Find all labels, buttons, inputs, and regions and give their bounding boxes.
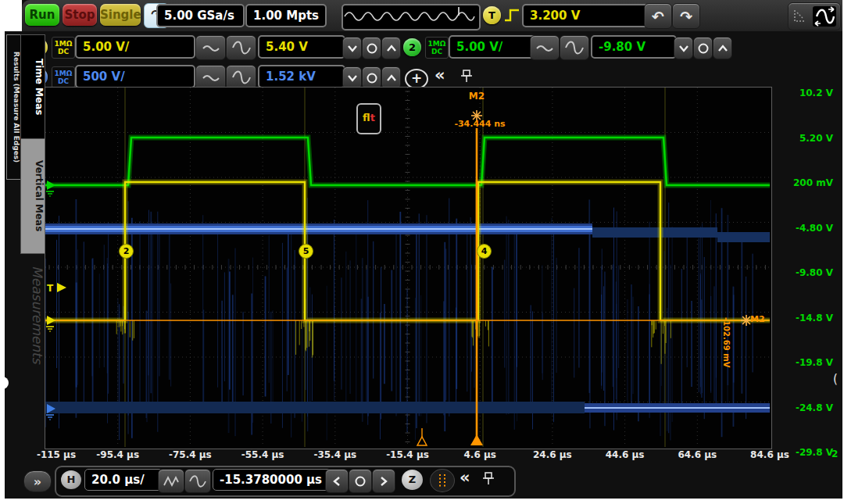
pin-icon[interactable] bbox=[460, 69, 474, 84]
channel3-offset-up-button[interactable] bbox=[381, 66, 401, 89]
channel2-coupling: DC bbox=[427, 48, 446, 55]
timebase-scale-field[interactable]: 20.0 µs/ bbox=[84, 469, 163, 491]
waveform-arrows-icon bbox=[813, 6, 836, 27]
channel1-scale-field[interactable]: 5.00 V/ bbox=[75, 35, 195, 59]
channel2-impedance: 1MΩ bbox=[427, 40, 446, 48]
redo-button[interactable]: ↷ bbox=[672, 3, 700, 29]
t-axis-label: -35.4 µs bbox=[313, 449, 356, 460]
run-button[interactable]: Run bbox=[25, 4, 59, 26]
m2-hcursor-label[interactable]: M2 bbox=[750, 314, 765, 324]
t-axis-label: 4.6 µs bbox=[463, 449, 495, 460]
channel3-coupling: DC bbox=[54, 77, 73, 85]
t-axis-label: 84.6 µs bbox=[750, 449, 789, 460]
trigger-source-button[interactable]: T bbox=[483, 6, 501, 24]
timebase-zoomin-icon[interactable] bbox=[184, 469, 211, 493]
v-axis-label: -14.8 V bbox=[796, 313, 833, 323]
m2-cursor-label[interactable]: M2 bbox=[469, 91, 485, 102]
channel3-scale-field[interactable]: 500 V/ bbox=[75, 65, 195, 88]
oscilloscope-app: Run Stop Single ↷ 5.00 GSa/s 1.00 Mpts T… bbox=[0, 0, 844, 504]
channel1-offset-up-button[interactable] bbox=[381, 37, 401, 59]
stop-button[interactable]: Stop bbox=[63, 4, 97, 26]
m2-voltage-value: -102.69 mV bbox=[722, 317, 731, 389]
undo-button[interactable]: ↶ bbox=[644, 3, 672, 29]
channel2-scale-field[interactable]: 5.00 V/ bbox=[449, 35, 536, 59]
delay-right-button[interactable] bbox=[372, 469, 395, 493]
channel2-scale-fine-icon[interactable] bbox=[530, 35, 560, 60]
delay-left-button[interactable] bbox=[325, 469, 349, 493]
t-axis-label: 24.6 µs bbox=[533, 449, 572, 460]
touch-zone-icon bbox=[792, 8, 810, 25]
v-axis-label: 10.2 V bbox=[799, 88, 833, 98]
results-panel-tab[interactable]: Results (Measure All Edges) bbox=[6, 34, 21, 180]
channel1-offset-zero-button[interactable] bbox=[362, 37, 381, 59]
v-axis-label: -9.80 V bbox=[796, 267, 833, 278]
channel3-offset-field[interactable]: 1.52 kV bbox=[258, 65, 345, 88]
waveform-canvas: T bbox=[45, 88, 770, 447]
t-axis-label: 44.6 µs bbox=[606, 449, 645, 460]
collapse-channel-bar-button[interactable]: « bbox=[435, 66, 445, 84]
channel3-offset-zero-button[interactable] bbox=[362, 66, 381, 89]
edge-marker-5: 5 bbox=[299, 244, 313, 259]
v-axis-label: 5.20 V bbox=[799, 133, 833, 144]
v-axis: 10.2 V5.20 V200 mV-4.80 V-9.80 V-14.8 V-… bbox=[771, 88, 842, 455]
channel3-impedance: 1MΩ bbox=[54, 70, 73, 77]
v-axis-label: -24.8 V bbox=[796, 402, 833, 413]
channel2-button[interactable]: 2 bbox=[403, 38, 421, 56]
channel1-coupling-badge[interactable]: 1MΩ DC bbox=[52, 37, 75, 59]
memory-depth-field[interactable]: 1.00 Mpts bbox=[245, 4, 327, 27]
channel3-coupling-badge[interactable]: 1MΩ DC bbox=[52, 66, 75, 88]
t-axis: -115 µs-95.4 µs-75.4 µs-55.4 µs-35.4 µs-… bbox=[0, 449, 844, 462]
edge-marker-4: 4 bbox=[477, 244, 492, 259]
t-axis-label: 64.6 µs bbox=[678, 449, 717, 460]
preview-waveform-icon bbox=[343, 5, 476, 26]
trigger-level-field[interactable]: 3.200 V bbox=[522, 4, 649, 27]
hbar-pin-icon[interactable] bbox=[481, 471, 495, 487]
edge-marker-2: 2 bbox=[119, 244, 134, 259]
channel2-coupling-badge[interactable]: 1MΩ DC bbox=[425, 37, 449, 59]
flt-f: flt bbox=[363, 112, 375, 123]
channel1-scale-fine-icon[interactable] bbox=[195, 35, 226, 60]
channel1-offset-down-button[interactable] bbox=[342, 37, 362, 59]
drag-waveform-button[interactable] bbox=[788, 2, 841, 30]
t-axis-label: -15.4 µs bbox=[386, 449, 429, 460]
t-axis-label: -95.4 µs bbox=[96, 449, 139, 460]
v-axis-label: 200 mV bbox=[793, 177, 833, 188]
cursor-lines-icon bbox=[436, 473, 449, 488]
flt-marker-badge: flt bbox=[356, 103, 381, 134]
channel1-coupling: DC bbox=[54, 48, 73, 55]
channel3-offset-down-button[interactable] bbox=[342, 66, 362, 89]
channel2-offset-zero-button[interactable] bbox=[693, 37, 713, 59]
v-axis-label: -19.8 V bbox=[796, 357, 833, 368]
collapse-hbar-button[interactable]: « bbox=[460, 468, 470, 487]
tab-vertical-meas[interactable]: Vertical Meas bbox=[20, 138, 45, 254]
svg-text:T: T bbox=[47, 283, 54, 294]
channel2-scale-coarse-icon[interactable] bbox=[560, 35, 589, 60]
channel1-scale-coarse-icon[interactable] bbox=[226, 35, 256, 60]
sample-rate-field[interactable]: 5.00 GSa/s bbox=[156, 4, 245, 27]
cursors-button[interactable] bbox=[430, 469, 455, 492]
channel1-impedance: 1MΩ bbox=[54, 40, 73, 48]
acquisition-preview[interactable] bbox=[342, 4, 481, 30]
channel2-offset-up-button[interactable] bbox=[713, 37, 732, 59]
t-axis-label: -55.4 µs bbox=[241, 449, 284, 460]
horizontal-button[interactable]: H bbox=[61, 470, 81, 489]
waveform-display[interactable]: T flt M2 -34.444 ns 2 5 4 -102.69 mV M2 bbox=[45, 88, 770, 447]
timebase-zoomout-icon[interactable] bbox=[158, 469, 184, 493]
delay-zero-button[interactable] bbox=[349, 469, 372, 493]
t-axis-label: -115 µs bbox=[37, 449, 76, 460]
trigger-edge-icon[interactable] bbox=[503, 7, 520, 24]
m2-time-value: -34.444 ns bbox=[454, 119, 505, 129]
window-margin bbox=[0, 0, 22, 31]
channel2-offset-field[interactable]: -9.80 V bbox=[591, 35, 677, 59]
measurements-watermark: Measurements bbox=[20, 266, 45, 447]
expand-results-button[interactable]: » bbox=[23, 470, 52, 492]
zoom-mode-button[interactable]: Z bbox=[402, 470, 423, 490]
t-axis-label: -75.4 µs bbox=[169, 449, 212, 460]
single-button[interactable]: Single bbox=[100, 4, 141, 26]
channel1-offset-field[interactable]: 5.40 V bbox=[258, 35, 345, 59]
right-drawer-handle[interactable]: ( bbox=[833, 372, 838, 386]
channel2-offset-down-button[interactable] bbox=[674, 37, 693, 59]
v-axis-label: -4.80 V bbox=[796, 223, 833, 234]
tab-time-meas[interactable]: Time Meas bbox=[20, 34, 45, 139]
delay-field[interactable]: -15.3780000 µs bbox=[213, 469, 334, 491]
